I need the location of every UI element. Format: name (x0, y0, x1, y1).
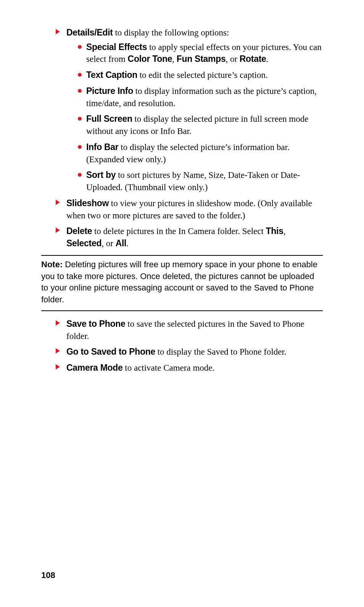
options-list-1: Details/Edit to display the following op… (41, 27, 323, 250)
inline-join: , (283, 226, 286, 236)
option-text: to display the following options: (113, 28, 229, 37)
sub-option-text: to sort pictures by Name, Size, Date-Tak… (86, 170, 300, 192)
option-label: Details/Edit (66, 27, 113, 37)
option-text: to display the Saved to Phone folder. (155, 347, 287, 357)
triangle-icon (56, 200, 60, 205)
option-text: to activate Camera mode. (123, 363, 215, 373)
sub-option-info-bar: Info Bar to display the selected picture… (79, 141, 323, 165)
note-label: Note: (41, 260, 63, 269)
option-delete: Delete to delete pictures in the In Came… (56, 225, 323, 249)
bullet-icon (78, 45, 82, 49)
inline-join: , or (101, 239, 115, 248)
option-camera-mode: Camera Mode to activate Camera mode. (56, 362, 323, 374)
option-label: Slideshow (66, 198, 109, 208)
triangle-icon (56, 320, 60, 326)
option-go-to-saved: Go to Saved to Phone to display the Save… (56, 346, 323, 358)
option-slideshow: Slideshow to view your pictures in slide… (56, 197, 323, 221)
sub-option-text: to edit the selected picture’s caption. (137, 70, 268, 80)
sub-option-label: Text Caption (86, 70, 137, 80)
bullet-icon (78, 89, 82, 93)
bullet-icon (78, 145, 82, 149)
inline-bold: All (116, 238, 127, 248)
option-label: Save to Phone (66, 319, 126, 329)
sub-option-special-effects: Special Effects to apply special effects… (79, 41, 323, 65)
sub-option-label: Sort by (86, 170, 116, 180)
inline-bold: Color Tone (128, 54, 172, 64)
option-text: to delete pictures in the In Camera fold… (92, 226, 266, 236)
option-label: Camera Mode (66, 363, 123, 373)
inline-join: . (266, 54, 269, 64)
sub-option-picture-info: Picture Info to display information such… (79, 85, 323, 109)
bullet-icon (78, 117, 82, 121)
sub-option-label: Full Screen (86, 114, 132, 124)
bullet-icon (78, 73, 82, 77)
manual-page: { "list1": [ { "bold": "Details/Edit", "… (0, 0, 364, 607)
inline-join: , or (225, 54, 239, 64)
inline-bold: Rotate (240, 54, 266, 64)
inline-bold: Selected (66, 238, 101, 248)
sub-options-list: Special Effects to apply special effects… (66, 41, 323, 194)
option-details-edit: Details/Edit to display the following op… (56, 27, 323, 194)
sub-option-sort-by: Sort by to sort pictures by Name, Size, … (79, 169, 323, 193)
inline-bold: Fun Stamps (177, 54, 226, 64)
inline-join: , (172, 54, 177, 64)
bullet-icon (78, 173, 82, 177)
triangle-icon (56, 348, 60, 354)
sub-option-label: Picture Info (86, 86, 133, 96)
sub-option-full-screen: Full Screen to display the selected pict… (79, 113, 323, 137)
note-box: Note: Deleting pictures will free up mem… (41, 255, 323, 311)
sub-option-text-caption: Text Caption to edit the selected pictur… (79, 69, 323, 81)
option-label: Go to Saved to Phone (66, 347, 155, 357)
sub-option-label: Special Effects (86, 42, 147, 52)
inline-join: . (126, 239, 129, 248)
triangle-icon (56, 364, 60, 370)
triangle-icon (56, 29, 60, 34)
sub-option-label: Info Bar (86, 142, 119, 152)
page-number: 108 (41, 570, 55, 581)
triangle-icon (56, 228, 60, 233)
inline-bold: This (266, 226, 283, 236)
option-save-to-phone: Save to Phone to save the selected pictu… (56, 318, 323, 342)
note-text: Deleting pictures will free up memory sp… (41, 260, 317, 304)
option-label: Delete (66, 226, 92, 236)
options-list-2: Save to Phone to save the selected pictu… (41, 318, 323, 374)
